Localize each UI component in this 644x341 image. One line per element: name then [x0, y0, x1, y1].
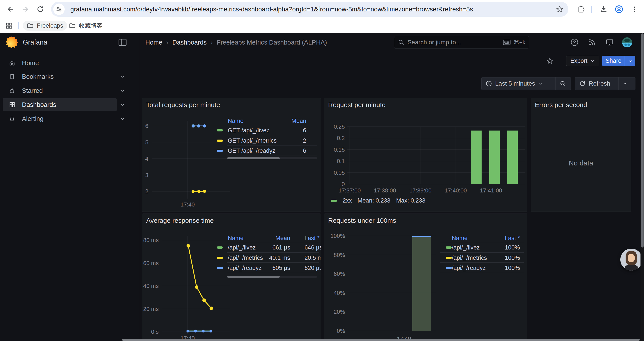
legend-series-name[interactable]: 2xx: [342, 197, 352, 204]
scrollbar-thumb[interactable]: [227, 276, 280, 278]
user-avatar[interactable]: [622, 37, 632, 47]
bookmark-folder-freeleaps[interactable]: Freeleaps: [23, 21, 67, 31]
panel-errors-per-second[interactable]: Errors per second No data: [531, 98, 631, 212]
sidebar-item-label: Alerting: [22, 115, 44, 122]
bookmarks-divider: [18, 22, 19, 30]
legend-value: 2: [216, 137, 306, 144]
keyboard-icon: [503, 40, 510, 45]
legend-table: NameMeanLast */api/_/livez661 µs646 µs/a…: [216, 234, 321, 283]
sidebar-toggle-icon[interactable]: [118, 39, 127, 46]
legend-value: 6: [216, 127, 306, 134]
bookmark-label: 收藏博客: [79, 22, 102, 30]
chart-legend[interactable]: 2xx Mean: 0.233 Max: 0.233: [331, 197, 426, 204]
legend-column-header[interactable]: Last *: [304, 234, 321, 242]
table-horizontal-scrollbar[interactable]: [227, 276, 317, 278]
series-bar: [507, 131, 518, 184]
vertical-scrollbar[interactable]: [640, 33, 644, 341]
search-input[interactable]: Search or jump to... ⌘+k: [394, 36, 529, 49]
legend-column-header[interactable]: Last *: [440, 234, 520, 242]
back-button[interactable]: [4, 3, 17, 15]
home-icon: [9, 60, 15, 66]
share-label: Share: [606, 58, 622, 64]
x-axis-label: 17:39:00: [409, 187, 432, 194]
kebab-menu-icon: [631, 6, 638, 13]
legend-value: 100%: [440, 244, 520, 251]
panel-total-requests[interactable]: Total requests per minute 6543217:40 Nam…: [142, 98, 321, 212]
chevron-down-icon[interactable]: [120, 116, 126, 122]
floating-assistant-avatar[interactable]: [620, 249, 642, 270]
bookmark-folder-blogs[interactable]: 收藏博客: [65, 21, 106, 31]
chevron-down-icon[interactable]: [120, 102, 126, 108]
avatar-bangs: [627, 251, 636, 254]
vertical-scrollbar-thumb[interactable]: [641, 33, 644, 247]
breadcrumb-home[interactable]: Home: [145, 39, 162, 46]
axis-tick-label: 6: [145, 123, 148, 129]
refresh-button[interactable]: Refresh: [575, 78, 618, 90]
browser-menu-button[interactable]: [628, 3, 640, 15]
legend-value: 100%: [440, 264, 520, 272]
sidebar-item-bookmarks[interactable]: Bookmarks: [0, 70, 140, 83]
dashboards-icon: [9, 101, 15, 108]
reload-icon: [36, 5, 44, 13]
series-point: [192, 124, 195, 128]
chevron-down-icon[interactable]: [120, 74, 126, 80]
sidebar-item-label: Bookmarks: [22, 73, 54, 80]
breadcrumb: Home › Dashboards › Freeleaps Metrics Da…: [145, 33, 327, 52]
no-data-message: No data: [531, 159, 631, 167]
axis-tick-label: 3: [145, 172, 148, 178]
panel-requests-under-100ms[interactable]: Requests under 100ms 100%80%60%40%20%0%1…: [324, 213, 528, 341]
time-range-picker[interactable]: Last 5 minutes: [482, 78, 556, 90]
folder-icon: [27, 22, 34, 29]
panel-average-response-time[interactable]: Average response time 80 ms60 ms40 ms20 …: [142, 213, 321, 341]
chevron-down-icon: [590, 59, 595, 63]
grafana-header: Grafana Home › Dashboards › Freeleaps Me…: [0, 33, 644, 52]
back-icon: [6, 5, 14, 13]
axis-tick-label: 100%: [330, 233, 345, 239]
bookmark-page-button[interactable]: [556, 5, 564, 13]
site-info-button[interactable]: [53, 4, 65, 15]
axis-tick-label: 60 ms: [143, 260, 159, 266]
bookmark-label: Freeleaps: [37, 22, 63, 29]
downloads-button[interactable]: [598, 3, 610, 15]
legend-column-header[interactable]: Mean: [216, 117, 306, 125]
legend-value: 100%: [440, 254, 520, 261]
monitor-icon[interactable]: [606, 38, 614, 46]
news-icon[interactable]: [588, 38, 596, 46]
sidebar-item-alerting[interactable]: Alerting: [0, 112, 140, 125]
panel-title[interactable]: Errors per second: [535, 101, 587, 109]
horizontal-scrollbar-thumb[interactable]: [122, 339, 640, 341]
apps-grid-button[interactable]: [3, 20, 15, 32]
axis-tick-label: 20%: [334, 308, 345, 315]
axis-tick-label: 80 ms: [143, 237, 159, 243]
panel-request-per-minute[interactable]: Request per minute 0.250.20.150.10.05017…: [324, 98, 528, 212]
table-horizontal-scrollbar[interactable]: [227, 157, 317, 159]
breadcrumb-dashboards[interactable]: Dashboards: [172, 39, 206, 46]
sidebar-item-starred[interactable]: Starred: [0, 84, 140, 97]
scrollbar-thumb[interactable]: [227, 157, 280, 159]
browser-toolbar: grafana.mathmast.com/d/deytv4rwavabkb/fr…: [0, 0, 644, 19]
series-point: [210, 329, 212, 332]
extensions-button[interactable]: [574, 3, 586, 15]
url-bar[interactable]: grafana.mathmast.com/d/deytv4rwavabkb/fr…: [51, 2, 568, 17]
bookmark-icon: [9, 73, 15, 80]
legend-column-header[interactable]: Mean: [216, 234, 290, 242]
favorite-dashboard-star-icon[interactable]: [546, 57, 554, 65]
refresh-label: Refresh: [589, 80, 610, 87]
refresh-interval-dropdown[interactable]: [618, 78, 631, 90]
grafana-logo-icon[interactable]: [6, 36, 18, 49]
sidebar-item-home[interactable]: Home: [0, 57, 140, 69]
series-point: [186, 329, 190, 332]
share-button[interactable]: Share: [602, 56, 625, 66]
legend-series-pill: [331, 200, 337, 202]
sidebar-item-dashboards[interactable]: Dashboards: [3, 98, 116, 111]
reload-button[interactable]: [34, 3, 46, 15]
axis-tick-label: 0.1: [337, 158, 345, 164]
share-dropdown-button[interactable]: [625, 56, 635, 66]
profile-button[interactable]: [613, 3, 625, 15]
zoom-out-button[interactable]: [556, 78, 570, 90]
forward-button[interactable]: [19, 3, 32, 15]
chevron-down-icon[interactable]: [120, 88, 126, 94]
url-text[interactable]: grafana.mathmast.com/d/deytv4rwavabkb/fr…: [70, 6, 556, 13]
export-button[interactable]: Export: [566, 56, 599, 66]
help-icon[interactable]: [570, 38, 578, 46]
